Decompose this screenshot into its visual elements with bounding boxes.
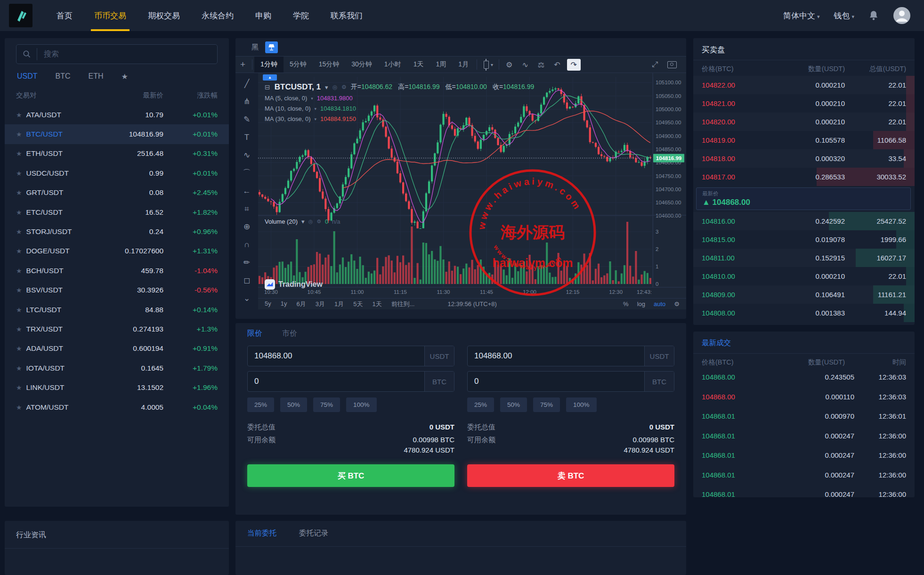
buy-qty-input[interactable] — [248, 372, 424, 391]
range-1天[interactable]: 1天 — [372, 300, 381, 308]
lock-drawings-icon[interactable]: ◻ — [243, 276, 250, 284]
exchange-logo[interactable] — [9, 4, 32, 27]
pair-row[interactable]: ★ATA/USDT10.79+0.01% — [5, 105, 229, 124]
buy-button[interactable]: 买 BTC — [247, 464, 454, 487]
sell-qty-input[interactable] — [468, 372, 644, 391]
buy-percent-25%[interactable]: 25% — [247, 397, 274, 412]
range-6月[interactable]: 6月 — [296, 300, 306, 308]
favorite-star-icon[interactable]: ★ — [16, 130, 22, 138]
screenshot-camera-icon[interactable] — [667, 61, 677, 68]
text-tool-icon[interactable]: T — [244, 133, 249, 141]
language-selector[interactable]: 简体中文▾ — [783, 10, 820, 21]
tab-order-history[interactable]: 委托记录 — [299, 528, 328, 538]
notifications-bell-icon[interactable] — [868, 10, 879, 21]
zoom-in-tool-icon[interactable]: ⊕ — [243, 223, 250, 231]
legend-settings-icon[interactable]: ⚙ — [341, 84, 347, 90]
book-row[interactable]: 104808.000.001383144.94 — [693, 304, 915, 322]
tab-current-orders[interactable]: 当前委托 — [247, 528, 276, 538]
favorite-star-icon[interactable]: ★ — [16, 306, 22, 314]
range-3月[interactable]: 3月 — [316, 300, 325, 308]
pair-row[interactable]: ★ATOM/USDT4.0005+0.04% — [5, 397, 229, 417]
forecast-tool-icon[interactable]: ⌒ — [243, 169, 251, 177]
chart-settings-icon[interactable]: ⚙ — [501, 60, 517, 69]
volume-settings-icon[interactable]: ⚙ — [316, 219, 321, 225]
interval-15分钟[interactable]: 15分钟 — [313, 57, 346, 73]
interval-1周[interactable]: 1周 — [430, 57, 452, 73]
chart-area[interactable]: 10:3010:4511:0011:1511:3011:4512:0012:15… — [258, 73, 686, 309]
interval-5分钟[interactable]: 5分钟 — [284, 57, 313, 73]
sell-percent-50%[interactable]: 50% — [500, 397, 527, 412]
symbol-dropdown[interactable]: ▾ — [325, 84, 328, 91]
range-5y[interactable]: 5y — [265, 300, 271, 308]
buy-percent-75%[interactable]: 75% — [313, 397, 340, 412]
volume-label[interactable]: Volume (20) — [265, 218, 298, 225]
book-row[interactable]: 104820.000.00021022.01 — [693, 113, 915, 131]
favorite-star-icon[interactable]: ★ — [16, 325, 22, 333]
nav-item-7[interactable]: 联系我们 — [320, 0, 373, 31]
pair-row[interactable]: ★LINK/USDT13.1502+1.96% — [5, 378, 229, 397]
nav-item-5[interactable]: 申购 — [244, 0, 282, 31]
interval-1天[interactable]: 1天 — [407, 57, 430, 73]
pair-row[interactable]: ★STORJ/USDT0.24+0.96% — [5, 222, 229, 241]
redo-icon[interactable]: ↷ — [567, 59, 581, 71]
compare-icon[interactable]: ⚖ — [533, 60, 549, 69]
book-row[interactable]: 104815.000.0190781999.66 — [693, 230, 915, 249]
indicators-icon[interactable]: ∿ — [517, 60, 533, 69]
wallet-menu[interactable]: 钱包▾ — [834, 10, 854, 21]
favorite-star-icon[interactable]: ★ — [16, 404, 22, 411]
measure-tool-icon[interactable]: ⌗ — [244, 205, 249, 213]
favorite-star-icon[interactable]: ★ — [16, 247, 22, 255]
interval-1小时[interactable]: 1小时 — [378, 57, 407, 73]
pitchfork-tool-icon[interactable]: ⋔ — [243, 97, 250, 105]
book-row[interactable]: 104818.000.00032033.54 — [693, 149, 915, 168]
buy-percent-100%[interactable]: 100% — [346, 397, 377, 412]
favorite-star-icon[interactable]: ★ — [16, 170, 22, 177]
favorite-star-icon[interactable]: ★ — [16, 209, 22, 216]
nav-item-6[interactable]: 学院 — [282, 0, 320, 31]
crosshair-icon[interactable]: + — [235, 59, 250, 70]
scale-%[interactable]: % — [623, 300, 629, 308]
nav-item-1[interactable]: 首页 — [46, 0, 83, 31]
pair-row[interactable]: ★ETH/USDT2516.48+0.31% — [5, 144, 229, 163]
interval-1分钟[interactable]: 1分钟 — [254, 57, 284, 73]
ma-legend-row[interactable]: MA (30, close, 0)▾104884.9150 — [265, 115, 356, 122]
chart-style-icon[interactable] — [484, 61, 489, 69]
pair-row[interactable]: ★ADA/USDT0.600194+0.91% — [5, 339, 229, 358]
symbol-label[interactable]: BTCUSDT, 1 — [275, 82, 321, 92]
pattern-tool-icon[interactable]: ∿ — [243, 151, 250, 159]
interval-favorite-toggle[interactable]: ▲ — [263, 74, 277, 81]
book-row[interactable]: 104817.000.28653330033.52 — [693, 168, 915, 186]
favorite-star-icon[interactable]: ★ — [16, 345, 22, 352]
avatar[interactable] — [893, 7, 911, 24]
pair-row[interactable]: ★DOGE/USDT0.17027600+1.31% — [5, 242, 229, 261]
book-row[interactable]: 104822.000.00021022.01 — [693, 76, 915, 94]
book-row[interactable]: 104816.000.24259225427.52 — [693, 212, 915, 230]
theme-light-button[interactable] — [265, 41, 278, 53]
range-1月[interactable]: 1月 — [334, 300, 344, 308]
sell-percent-100%[interactable]: 100% — [566, 397, 597, 412]
undo-icon[interactable]: ↶ — [549, 60, 565, 69]
buy-price-input[interactable] — [248, 346, 424, 366]
interval-30分钟[interactable]: 30分钟 — [345, 57, 378, 73]
pair-row[interactable]: ★TRX/USDT0.274193+1.3% — [5, 319, 229, 339]
stay-drawing-mode-icon[interactable]: ✏ — [243, 259, 250, 267]
sell-percent-25%[interactable]: 25% — [467, 397, 494, 412]
sell-button[interactable]: 卖 BTC — [467, 464, 674, 487]
favorite-star-icon[interactable]: ★ — [16, 286, 22, 294]
ma-legend-row[interactable]: MA (10, close, 0)▾104834.1810 — [265, 105, 356, 112]
pair-row[interactable]: ★BCH/USDT459.78-1.04% — [5, 261, 229, 280]
book-row[interactable]: 104809.000.10649111161.21 — [693, 285, 915, 304]
book-row[interactable]: 104811.000.15291516027.17 — [693, 249, 915, 267]
chart-footer-settings-icon[interactable]: ⚙ — [674, 300, 680, 308]
tab-eth[interactable]: ETH — [89, 72, 104, 81]
interval-1月[interactable]: 1月 — [452, 57, 475, 73]
favorite-star-icon[interactable]: ★ — [16, 189, 22, 196]
book-row[interactable]: 104819.000.10557811066.58 — [693, 131, 915, 149]
nav-item-2[interactable]: 币币交易 — [83, 0, 137, 31]
chart-clock[interactable]: 12:39:56 (UTC+8) — [447, 300, 496, 308]
favorite-star-icon[interactable]: ★ — [16, 364, 22, 372]
tab-usdt[interactable]: USDT — [17, 72, 38, 81]
range-前往到...[interactable]: 前往到... — [391, 300, 415, 308]
search-input[interactable] — [37, 50, 217, 58]
pair-row[interactable]: ★ETC/USDT16.52+1.82% — [5, 202, 229, 222]
